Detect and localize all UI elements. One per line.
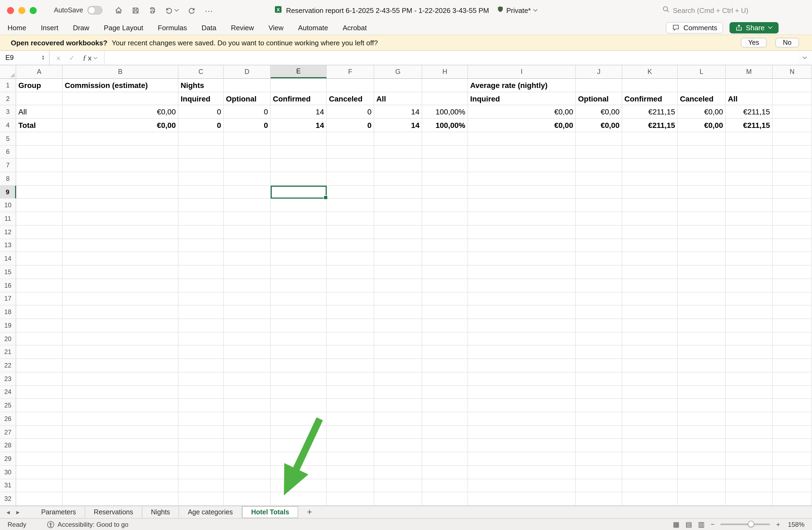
cell-F22[interactable] — [327, 359, 374, 372]
cell-M10[interactable] — [726, 199, 773, 212]
cell-I30[interactable] — [468, 466, 576, 479]
row-header-30[interactable]: 30 — [0, 466, 16, 479]
cell-J21[interactable] — [576, 346, 622, 359]
cell-J24[interactable] — [576, 386, 622, 399]
page-break-view-icon[interactable]: ▥ — [698, 520, 705, 528]
cell-N29[interactable] — [773, 452, 812, 465]
cell-K31[interactable] — [622, 479, 678, 492]
cell-N32[interactable] — [773, 492, 812, 506]
column-header-J[interactable]: J — [576, 65, 622, 78]
row-header-20[interactable]: 20 — [0, 332, 16, 345]
cell-H4[interactable]: 100,00% — [422, 119, 468, 132]
cell-F24[interactable] — [327, 386, 374, 399]
row-header-19[interactable]: 19 — [0, 319, 16, 332]
cell-K5[interactable] — [622, 132, 678, 145]
cell-G28[interactable] — [374, 439, 422, 452]
row-header-11[interactable]: 11 — [0, 212, 16, 225]
cell-I4[interactable]: €0,00 — [468, 119, 576, 132]
cell-J11[interactable] — [576, 212, 622, 225]
cell-E19[interactable] — [271, 319, 327, 332]
cell-N24[interactable] — [773, 386, 812, 399]
cell-H21[interactable] — [422, 346, 468, 359]
cell-A19[interactable] — [16, 319, 62, 332]
save-icon[interactable] — [132, 6, 140, 14]
cell-M13[interactable] — [726, 239, 773, 252]
cell-B28[interactable] — [62, 439, 178, 452]
cell-K9[interactable] — [622, 186, 678, 199]
sheet-tab-reservations[interactable]: Reservations — [85, 506, 142, 518]
cell-F28[interactable] — [327, 439, 374, 452]
cell-H29[interactable] — [422, 452, 468, 465]
cell-A8[interactable] — [16, 172, 62, 185]
cell-F7[interactable] — [327, 159, 374, 172]
cell-A18[interactable] — [16, 306, 62, 319]
cell-F4[interactable]: 0 — [327, 119, 374, 132]
cell-D21[interactable] — [224, 346, 271, 359]
insert-function-icon[interactable]: ƒx — [83, 53, 97, 62]
formula-bar-expand-icon[interactable] — [802, 56, 807, 59]
cell-M15[interactable] — [726, 266, 773, 279]
close-window-button[interactable] — [7, 7, 14, 14]
cell-A6[interactable] — [16, 145, 62, 159]
cell-E15[interactable] — [271, 266, 327, 279]
cell-L11[interactable] — [678, 212, 726, 225]
row-header-23[interactable]: 23 — [0, 373, 16, 386]
cell-E1[interactable] — [271, 79, 327, 92]
cell-M4[interactable]: €211,15 — [726, 119, 773, 132]
row-header-26[interactable]: 26 — [0, 412, 16, 426]
cell-C12[interactable] — [178, 226, 224, 239]
cell-K12[interactable] — [622, 226, 678, 239]
cell-L7[interactable] — [678, 159, 726, 172]
cell-C4[interactable]: 0 — [178, 119, 224, 132]
row-header-12[interactable]: 12 — [0, 226, 16, 239]
cell-J16[interactable] — [576, 279, 622, 292]
cell-G1[interactable] — [374, 79, 422, 92]
row-header-16[interactable]: 16 — [0, 279, 16, 292]
cell-G19[interactable] — [374, 319, 422, 332]
row-header-25[interactable]: 25 — [0, 399, 16, 412]
cell-I23[interactable] — [468, 373, 576, 386]
cell-M7[interactable] — [726, 159, 773, 172]
column-header-B[interactable]: B — [62, 65, 178, 78]
row-header-27[interactable]: 27 — [0, 426, 16, 439]
cell-L23[interactable] — [678, 373, 726, 386]
cell-M12[interactable] — [726, 226, 773, 239]
cell-L28[interactable] — [678, 439, 726, 452]
row-header-9[interactable]: 9 — [0, 186, 16, 199]
cell-K10[interactable] — [622, 199, 678, 212]
cell-F2[interactable]: Canceled — [327, 92, 374, 105]
column-header-M[interactable]: M — [726, 65, 773, 78]
cell-K22[interactable] — [622, 359, 678, 372]
cell-E26[interactable] — [271, 412, 327, 426]
comments-button[interactable]: Comments — [666, 22, 723, 33]
cell-G9[interactable] — [374, 186, 422, 199]
menu-tab-data[interactable]: Data — [202, 24, 217, 31]
cell-G14[interactable] — [374, 252, 422, 266]
cell-B6[interactable] — [62, 145, 178, 159]
cell-H23[interactable] — [422, 373, 468, 386]
cell-N11[interactable] — [773, 212, 812, 225]
cell-C22[interactable] — [178, 359, 224, 372]
cell-A30[interactable] — [16, 466, 62, 479]
cell-B13[interactable] — [62, 239, 178, 252]
cell-D17[interactable] — [224, 292, 271, 306]
select-all-corner[interactable] — [0, 65, 16, 78]
cell-I22[interactable] — [468, 359, 576, 372]
cell-B20[interactable] — [62, 332, 178, 345]
cell-B2[interactable] — [62, 92, 178, 105]
cell-J13[interactable] — [576, 239, 622, 252]
cell-L3[interactable]: €0,00 — [678, 106, 726, 119]
cell-H15[interactable] — [422, 266, 468, 279]
cell-E16[interactable] — [271, 279, 327, 292]
cell-N3[interactable] — [773, 106, 812, 119]
cell-H20[interactable] — [422, 332, 468, 345]
cell-I29[interactable] — [468, 452, 576, 465]
cell-L27[interactable] — [678, 426, 726, 439]
cell-M8[interactable] — [726, 172, 773, 185]
cell-M9[interactable] — [726, 186, 773, 199]
cell-B1[interactable]: Commission (estimate) — [62, 79, 178, 92]
cell-D20[interactable] — [224, 332, 271, 345]
column-header-F[interactable]: F — [327, 65, 374, 78]
cell-I16[interactable] — [468, 279, 576, 292]
cell-B11[interactable] — [62, 212, 178, 225]
